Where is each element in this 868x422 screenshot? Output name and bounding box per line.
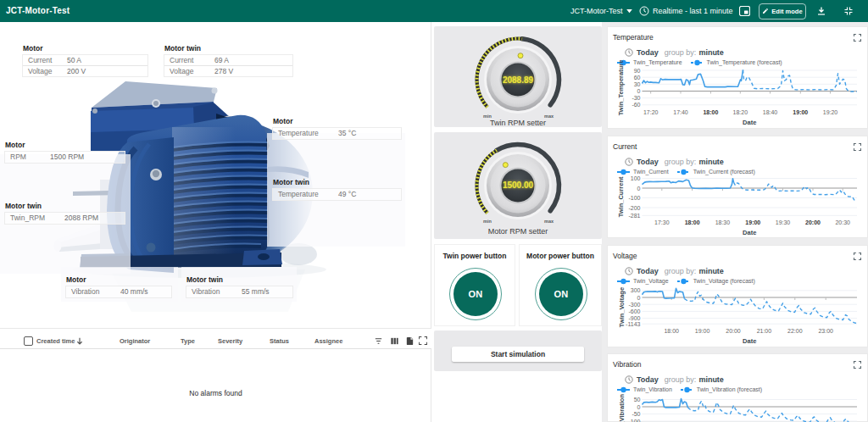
svg-text:-200: -200 <box>628 205 640 211</box>
svg-text:19:20: 19:20 <box>823 109 838 115</box>
svg-text:-50: -50 <box>632 411 640 417</box>
svg-text:0: 0 <box>637 404 641 410</box>
svg-text:300: 300 <box>631 287 641 293</box>
svg-text:0: 0 <box>637 295 641 301</box>
svg-text:Twin_Temperature: Twin_Temperature <box>618 60 626 116</box>
svg-text:18:00: 18:00 <box>703 109 718 115</box>
svg-text:1500.00: 1500.00 <box>503 181 534 191</box>
svg-text:100: 100 <box>631 175 641 181</box>
svg-text:-300: -300 <box>628 302 640 308</box>
svg-text:2088.89: 2088.89 <box>503 75 534 85</box>
svg-text:Date: Date <box>743 229 756 236</box>
svg-text:50: 50 <box>634 397 641 403</box>
svg-text:90: 90 <box>634 68 641 74</box>
svg-text:18:00: 18:00 <box>685 219 700 225</box>
svg-text:17:20: 17:20 <box>643 109 659 115</box>
svg-text:Twin_Vibration: Twin_Vibration <box>618 394 626 422</box>
svg-text:Twin_Current: Twin_Current <box>618 176 626 217</box>
svg-text:21:00: 21:00 <box>757 328 772 334</box>
svg-text:max: max <box>544 114 554 119</box>
svg-text:18:00: 18:00 <box>664 328 679 334</box>
svg-text:20:00: 20:00 <box>805 219 821 225</box>
svg-text:Date: Date <box>743 337 756 345</box>
svg-text:-100: -100 <box>628 195 640 201</box>
svg-text:Twin_Voltage: Twin_Voltage <box>618 287 626 327</box>
svg-text:max: max <box>544 219 554 225</box>
svg-text:22:00: 22:00 <box>787 328 803 334</box>
svg-text:0: 0 <box>637 88 641 94</box>
svg-text:17:40: 17:40 <box>673 109 688 115</box>
svg-text:0: 0 <box>637 186 641 192</box>
svg-text:Date: Date <box>743 119 756 126</box>
svg-text:30: 30 <box>634 81 641 87</box>
svg-text:20:30: 20:30 <box>835 219 850 225</box>
svg-text:23:00: 23:00 <box>818 328 833 334</box>
svg-text:18:40: 18:40 <box>763 109 778 115</box>
svg-text:18:20: 18:20 <box>733 109 748 115</box>
svg-text:19:00: 19:00 <box>745 219 760 225</box>
svg-text:18:30: 18:30 <box>715 219 731 225</box>
svg-text:-600: -600 <box>628 308 640 314</box>
svg-text:20:00: 20:00 <box>726 328 741 334</box>
svg-text:-30: -30 <box>632 95 640 101</box>
svg-text:-1143: -1143 <box>626 321 640 327</box>
svg-text:min: min <box>483 114 492 119</box>
svg-text:19:00: 19:00 <box>695 328 710 334</box>
svg-text:min: min <box>483 219 492 225</box>
svg-text:17:30: 17:30 <box>654 219 670 225</box>
svg-text:-60: -60 <box>632 102 640 108</box>
svg-text:-281: -281 <box>628 213 640 219</box>
svg-text:-100: -100 <box>628 419 640 422</box>
svg-text:60: 60 <box>634 75 641 81</box>
svg-text:19:30: 19:30 <box>776 219 791 225</box>
svg-text:19:00: 19:00 <box>793 109 808 115</box>
